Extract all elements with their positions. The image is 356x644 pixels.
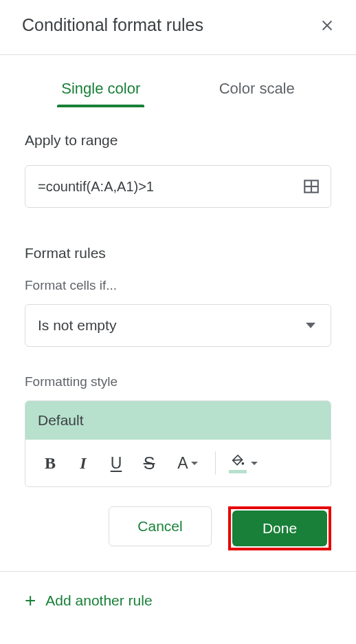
divider bbox=[0, 54, 356, 55]
chevron-down-icon bbox=[191, 462, 198, 465]
paint-bucket-icon bbox=[230, 453, 245, 469]
condition-select[interactable]: Is not empty bbox=[25, 304, 331, 347]
close-icon[interactable] bbox=[318, 16, 337, 35]
condition-value: Is not empty bbox=[38, 317, 116, 334]
add-another-rule-button[interactable]: + Add another rule bbox=[25, 591, 331, 610]
add-rule-label: Add another rule bbox=[45, 592, 152, 609]
format-cells-if-label: Format cells if... bbox=[25, 278, 331, 293]
toolbar-separator bbox=[215, 451, 216, 475]
done-highlight-box: Done bbox=[228, 506, 331, 550]
tabs: Single color Color scale bbox=[0, 74, 356, 105]
select-range-icon[interactable] bbox=[302, 177, 321, 196]
apply-to-range-label: Apply to range bbox=[25, 132, 331, 149]
underline-button[interactable]: U bbox=[101, 448, 131, 478]
chevron-down-icon bbox=[251, 462, 258, 465]
chevron-down-icon bbox=[306, 323, 315, 328]
format-toolbar: B I U S A bbox=[25, 440, 331, 486]
panel-title: Conditional format rules bbox=[22, 15, 203, 35]
format-rules-label: Format rules bbox=[25, 245, 331, 261]
bold-button[interactable]: B bbox=[35, 448, 65, 478]
done-button[interactable]: Done bbox=[232, 511, 327, 546]
fill-color-swatch bbox=[229, 470, 247, 473]
text-color-label: A bbox=[177, 454, 188, 473]
range-input[interactable] bbox=[38, 179, 302, 195]
text-color-button[interactable]: A bbox=[167, 448, 208, 478]
formatting-style-label: Formatting style bbox=[25, 374, 331, 389]
svg-point-5 bbox=[242, 462, 245, 464]
italic-button[interactable]: I bbox=[68, 448, 98, 478]
tab-color-scale[interactable]: Color scale bbox=[216, 74, 298, 105]
formatting-style-box: Default B I U S A bbox=[25, 400, 331, 487]
range-field[interactable] bbox=[25, 165, 331, 208]
plus-icon: + bbox=[25, 591, 36, 610]
fill-color-button[interactable] bbox=[223, 448, 264, 478]
style-preview[interactable]: Default bbox=[25, 401, 331, 440]
cancel-button[interactable]: Cancel bbox=[109, 506, 212, 546]
tab-single-color[interactable]: Single color bbox=[58, 74, 143, 105]
strikethrough-button[interactable]: S bbox=[134, 448, 164, 478]
action-buttons: Cancel Done bbox=[25, 506, 331, 550]
